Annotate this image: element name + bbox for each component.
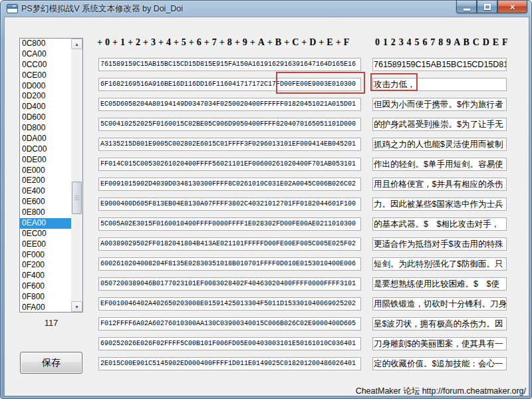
scroll-down-button[interactable]: ▼ — [71, 301, 82, 312]
hex-row-input[interactable]: 5C00410252025F0160015C02BE05C906D9050400… — [98, 118, 361, 131]
address-listbox[interactable]: 0C8000CA000CC000CE000D0000D2000D4000D600… — [19, 38, 83, 313]
address-item[interactable]: 0E200 — [20, 176, 71, 186]
address-item[interactable]: 0D000 — [20, 81, 71, 92]
address-item[interactable]: 0F400 — [20, 271, 71, 281]
hex-row-input[interactable]: 0507200389046B0177023101EF0083028402F404… — [98, 277, 361, 291]
text-row-input[interactable]: 但因为小而便于携带。$作为旅行者 — [372, 98, 507, 111]
hex-row-input[interactable]: 2E015C00E901C5145902ED000400FFFF1D011E01… — [98, 357, 361, 370]
address-item[interactable]: 0EC00 — [20, 229, 71, 239]
text-row-input[interactable]: 用且价格便宜，$并具有相应的杀伤 — [372, 178, 507, 191]
scroll-up-button[interactable]: ▲ — [71, 39, 82, 49]
save-button-label: 保存 — [42, 357, 61, 369]
maximize-button[interactable] — [477, 1, 497, 13]
close-icon: × — [510, 3, 515, 11]
highlight-box-text — [370, 73, 418, 91]
hex-row-input[interactable]: EF0010046402A402650203008E01591425013304… — [98, 297, 361, 311]
close-button[interactable]: × — [497, 1, 527, 13]
address-list-items: 0C8000CA000CC000CE000D0000D2000D4000D600… — [20, 39, 71, 312]
address-item[interactable]: 0D400 — [20, 102, 71, 112]
save-button[interactable]: 保存 — [20, 352, 82, 374]
text-row-input[interactable]: 是要想熟练使用比较困难。$ $使 — [372, 277, 507, 291]
text-row-input[interactable]: 的护身武器受到推崇。$为了让手无 — [372, 118, 507, 131]
address-item[interactable]: 0DC00 — [20, 144, 71, 155]
window-title: PS梦幻模拟战V 系统文本修改器 by Doi_Doi — [21, 3, 183, 15]
address-item[interactable]: 0EE00 — [20, 239, 71, 250]
address-item[interactable]: 0D600 — [20, 112, 71, 123]
address-item[interactable]: 0E000 — [20, 166, 71, 176]
minimize-button[interactable] — [456, 1, 477, 13]
address-count-label: 117 — [19, 318, 83, 328]
address-item[interactable]: 0D200 — [20, 91, 71, 102]
hex-row-input[interactable]: A3135215D801E9005C002802E6015C01FFFF3F02… — [98, 138, 361, 151]
listbox-scrollbar[interactable]: ▲ ▼ — [71, 39, 82, 312]
hex-row-input[interactable]: E9000400D605F813EB04E8130A07FFFF3802C403… — [98, 198, 361, 211]
address-item[interactable]: 0EA00 — [20, 218, 71, 229]
text-row-input[interactable]: 761589159C15AB15BC15CD15D815E915F — [372, 58, 507, 71]
hex-row-input[interactable]: 690252026E026F02FFFF5C00B101F006FD05E004… — [98, 337, 361, 350]
app-icon — [7, 4, 18, 13]
hex-row-input[interactable]: EF0091015902D4039D0348130300FFFF8C026101… — [98, 178, 361, 191]
text-row-input[interactable]: 的基本武器。$ $相比攻击对手， — [372, 217, 507, 231]
address-item[interactable]: 0E400 — [20, 186, 71, 197]
scrollbar-thumb[interactable] — [72, 182, 82, 214]
hex-row-input[interactable]: FF014C015C00530261020400FFFF56021101EF00… — [98, 158, 361, 171]
address-item[interactable]: 0F600 — [20, 281, 71, 292]
text-row-input[interactable]: 呈$波刃状，拥有极高的杀伤力。因 — [372, 317, 507, 331]
client-area: 0C8000CA000CC000CE000D0000D2000D4000D600… — [4, 17, 529, 396]
text-row-input[interactable]: 用陨铁锻造，切砍时十分锋利。刀身 — [372, 297, 507, 311]
address-item[interactable]: 0D800 — [20, 123, 71, 134]
app-window: PS梦幻模拟战V 系统文本修改器 by Doi_Doi × 0C8000CA00… — [0, 0, 532, 399]
text-row-input[interactable]: 更适合作为抵挡对手$攻击用的特殊 — [372, 237, 507, 251]
hex-column-header: +0+1+2+3+4+5+6+7+8+9+A+B+C+D+E+F — [97, 37, 352, 48]
address-item[interactable]: 0CE00 — [20, 70, 71, 81]
hex-row-input[interactable]: A00389029502FF0182041804B413AE021101FFFF… — [98, 237, 361, 251]
hex-row-input[interactable]: EC05D6058204A80194149D0347034F0250020400… — [98, 98, 361, 111]
hex-row-input[interactable]: 761589159C15AB15BC15CD15D815E915FA150A16… — [98, 58, 361, 71]
minimize-icon — [464, 9, 470, 11]
text-row-input[interactable]: 力。因此被某些$国家选中作为士兵 — [372, 198, 507, 211]
credit-label: CheatMaker 论坛 http://forum.cheatmaker.or… — [356, 386, 526, 397]
address-item[interactable]: 0FA00 — [20, 303, 71, 312]
address-item[interactable]: 0DE00 — [20, 155, 71, 166]
title-bar[interactable]: PS梦幻模拟战V 系统文本修改器 by Doi_Doi × — [1, 1, 531, 17]
address-item[interactable]: 0C800 — [20, 39, 71, 49]
address-item[interactable]: 0F200 — [20, 260, 71, 271]
address-item[interactable]: 0E800 — [20, 207, 71, 218]
hex-row-input[interactable]: 5C005A02E3015F0160010400FFFF0000FFFF1E02… — [98, 217, 361, 231]
address-item[interactable]: 0CA00 — [20, 49, 71, 60]
text-row-input[interactable]: 短剑。为此特别强化了$防御面。只 — [372, 257, 507, 271]
address-item[interactable]: 0CC00 — [20, 60, 71, 70]
text-row-input[interactable]: 定的收藏价值。$追加技能：会心一 — [372, 357, 507, 370]
window-controls: × — [456, 1, 527, 13]
hex-row-input[interactable]: 6002610204008204F8135E02830351018B010701… — [98, 257, 361, 271]
text-row-input[interactable]: 刀身雕刻$的美丽图案，使其具有一 — [372, 337, 507, 350]
text-row-input[interactable]: 抓鸡之力的人也能$灵活使用而被制 — [372, 138, 507, 151]
address-item[interactable]: 0DA00 — [20, 134, 71, 144]
hex-row-input[interactable]: F012FFFF6A02A60276010300AA130C0390034001… — [98, 317, 361, 331]
address-item[interactable]: 0E600 — [20, 197, 71, 207]
char-column-header: 0 1 2 3 4 5 6 7 8 9 A B C D E F — [375, 37, 508, 48]
maximize-icon — [484, 4, 491, 10]
address-item[interactable]: 0F000 — [20, 250, 71, 261]
text-row-input[interactable]: 作出的轻剑。$单手用短剑。容易使 — [372, 158, 507, 171]
highlight-box-hex — [276, 72, 365, 94]
address-item[interactable]: 0F800 — [20, 292, 71, 303]
